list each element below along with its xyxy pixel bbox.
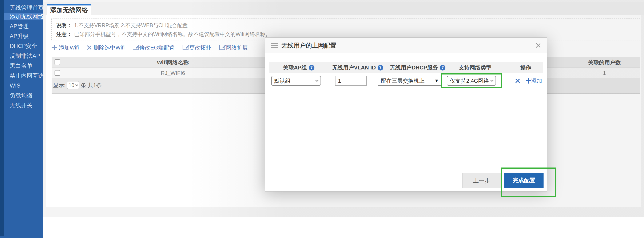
tab-add-wireless-network[interactable]: 添加无线网络	[47, 4, 92, 15]
sidebar-item-wireless-switch[interactable]: 无线开关	[4, 102, 43, 109]
row-checkbox[interactable]	[54, 70, 60, 76]
column-header-wifi-name: Wifi网络名称	[64, 57, 282, 67]
vlan-id-input[interactable]	[335, 76, 367, 86]
app-window: 无线管理首页 添加无线网络 AP管理 AP升级 DHCP安全 反制非法AP 黑白…	[0, 0, 644, 238]
toolbar: 添加Wifi 删除选中Wifi 修改EG端配置 更改拓扑 网络扩展	[52, 42, 248, 53]
chevron-down-icon	[490, 79, 494, 82]
dialog-header: 无线用户的上网配置	[265, 38, 547, 53]
column-ap-group: 关联AP组 ?	[278, 62, 320, 73]
column-vlan-id: 无线用户VLAN ID ?	[330, 62, 385, 73]
sidebar-item-add-wireless-network[interactable]: 添加无线网络	[4, 13, 43, 20]
ap-group-value: 默认组	[274, 77, 290, 85]
change-topology-label: 更改拓扑	[189, 44, 211, 51]
column-operation: 操作	[513, 62, 538, 73]
help-icon[interactable]: ?	[440, 65, 446, 70]
network-type-value: 仅支持2.4G网络	[450, 77, 489, 85]
add-wifi-button[interactable]: 添加Wifi	[52, 44, 79, 51]
chevron-down-icon	[316, 79, 318, 82]
sidebar: 无线管理首页 添加无线网络 AP管理 AP升级 DHCP安全 反制非法AP 黑白…	[0, 0, 43, 238]
network-type-select[interactable]: 仅支持2.4G网络	[447, 76, 496, 86]
notice-box: 说明：1.不支持VRRP场景 2.不支持WEB与CLI混合配置 注意：已知部分手…	[51, 18, 640, 40]
pager-show-label: 显示:	[53, 82, 66, 89]
form-row-divider	[269, 86, 543, 86]
cell-user-count: 1	[568, 68, 640, 78]
change-topology-button[interactable]: 更改拓扑	[182, 44, 211, 51]
wireless-user-config-dialog: 无线用户的上网配置 关联AP组 ? 无线用户VLAN ID ? 无线用户DHCP…	[265, 37, 547, 192]
operation-label: 操作	[520, 64, 531, 71]
add-row-button[interactable]: 添加	[526, 77, 542, 85]
sidebar-collapsed-strip	[0, 0, 4, 236]
help-icon[interactable]: ?	[309, 65, 314, 70]
dhcp-service-label: 无线用户DHCP服务	[390, 64, 438, 71]
finish-config-button[interactable]: 完成配置	[504, 173, 544, 188]
network-extension-button[interactable]: 网络扩展	[219, 44, 248, 51]
notice-line-1: 说明：1.不支持VRRP场景 2.不支持WEB与CLI混合配置	[56, 22, 188, 29]
page-size-value: 10	[68, 82, 74, 88]
sidebar-item-wireless-home[interactable]: 无线管理首页	[4, 4, 43, 11]
help-icon[interactable]: ?	[378, 65, 383, 70]
form-header-row: 关联AP组 ? 无线用户VLAN ID ? 无线用户DHCP服务 ? 支持网络类…	[269, 62, 543, 73]
notice-line-2: 注意：已知部分手机型号，不支持中文的Wifi网络名称。故不建议配置中文的Wifi…	[56, 31, 270, 38]
ap-group-select[interactable]: 默认组	[271, 76, 321, 86]
column-header-user-count: 关联的用户数	[568, 57, 640, 67]
header-checkbox-cell	[52, 57, 63, 67]
dhcp-service-value: 配在三层交换机上	[381, 77, 424, 85]
edit-icon	[133, 45, 138, 50]
sidebar-item-load-balance[interactable]: 负载均衡	[4, 92, 43, 99]
chevron-down-icon	[75, 83, 78, 86]
notice-text-2: 已知部分手机型号，不支持中文的Wifi网络名称。故不建议配置中文的Wifi网络名…	[74, 31, 270, 37]
sidebar-item-wis[interactable]: WIS	[4, 82, 43, 89]
add-row-label: 添加	[531, 77, 542, 85]
delete-row-icon[interactable]	[515, 78, 520, 83]
network-type-label: 支持网络类型	[459, 64, 492, 71]
plus-icon	[526, 78, 531, 84]
delete-selected-wifi-button[interactable]: 删除选中Wifi	[87, 44, 124, 51]
close-icon[interactable]	[535, 42, 542, 49]
page-size-select[interactable]: 10	[67, 81, 79, 89]
footer-divider	[265, 170, 547, 170]
edit-icon	[219, 45, 224, 50]
triangle-down-icon: ▼	[434, 78, 439, 84]
sidebar-item-ap-upgrade[interactable]: AP升级	[4, 33, 43, 40]
edit-icon	[182, 45, 188, 50]
notice-label-1: 说明：	[56, 22, 72, 28]
column-network-type: 支持网络类型	[452, 62, 498, 73]
network-extension-label: 网络扩展	[226, 44, 248, 51]
column-dhcp-service: 无线用户DHCP服务 ?	[387, 62, 448, 73]
notice-label-2: 注意：	[56, 31, 72, 37]
hamburger-icon	[271, 43, 278, 48]
sidebar-item-ap-management[interactable]: AP管理	[4, 23, 43, 30]
modify-eg-config-button[interactable]: 修改EG端配置	[133, 44, 175, 51]
ap-group-label: 关联AP组	[283, 64, 307, 71]
row-checkbox-cell	[52, 68, 63, 78]
sidebar-item-intranet-isolation[interactable]: 禁止内网互访	[4, 72, 43, 79]
pager-total-label: 条 共1条	[81, 82, 102, 89]
vlan-id-label: 无线用户VLAN ID	[332, 64, 376, 71]
plus-icon	[52, 45, 57, 50]
cell-wifi-name: RJ_WIFI6	[64, 68, 282, 78]
sidebar-item-rogue-ap[interactable]: 反制非法AP	[4, 52, 43, 59]
notice-text-1: 1.不支持VRRP场景 2.不支持WEB与CLI混合配置	[74, 22, 188, 28]
dialog-title: 无线用户的上网配置	[281, 38, 336, 53]
dhcp-service-select[interactable]: 配在三层交换机上 ▼	[378, 76, 442, 86]
modify-eg-config-label: 修改EG端配置	[140, 44, 175, 51]
add-wifi-label: 添加Wifi	[59, 44, 79, 51]
pager: 显示: 10 条 共1条	[53, 81, 102, 89]
previous-step-button[interactable]: 上一步	[462, 173, 501, 188]
sidebar-item-blacklist-whitelist[interactable]: 黑白名单	[4, 62, 43, 69]
select-all-checkbox[interactable]	[54, 59, 60, 65]
delete-selected-wifi-label: 删除选中Wifi	[94, 44, 124, 51]
sidebar-item-dhcp-security[interactable]: DHCP安全	[4, 42, 43, 50]
x-icon	[87, 45, 92, 50]
tab-bar: 添加无线网络	[43, 2, 644, 15]
row-operations: 添加	[515, 76, 542, 86]
